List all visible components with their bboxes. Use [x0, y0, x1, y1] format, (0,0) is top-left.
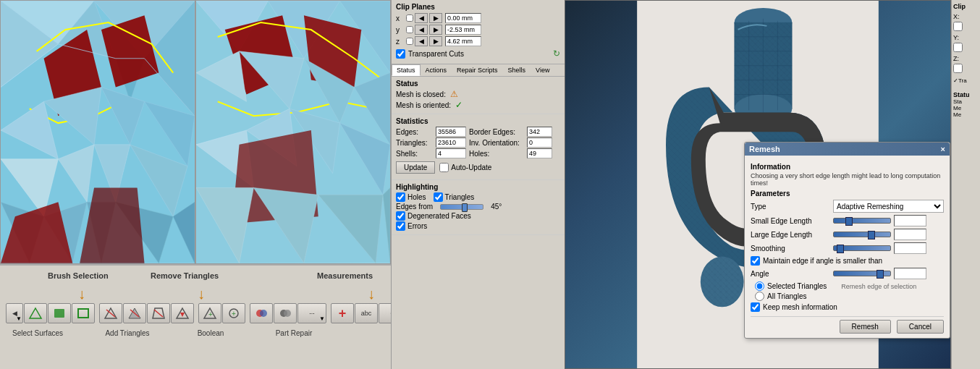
shells-label: Shells: — [396, 150, 436, 158]
clip-z-row: z ◀ ▶ 4.62 mm — [396, 36, 560, 46]
angle-thumb — [876, 270, 884, 279]
select-rect-btn[interactable] — [72, 303, 95, 323]
remesh-maintain-edge-checkbox[interactable] — [751, 256, 760, 266]
mesh-svg-1 — [1, 1, 195, 263]
remove-tri-1[interactable] — [99, 303, 122, 323]
tab-shells[interactable]: Shells — [503, 64, 531, 76]
far-right-z: Z: — [953, 55, 979, 62]
hl-triangles-checkbox[interactable] — [434, 192, 443, 202]
svg-point-63 — [260, 310, 267, 317]
hl-errors-label: Errors — [407, 222, 427, 230]
measurements-arrow: ↓ — [368, 286, 375, 302]
measure-label[interactable]: abc — [355, 303, 378, 323]
far-right-z-cb[interactable] — [953, 64, 963, 73]
select-triangle-btn[interactable] — [24, 303, 47, 323]
add-tri-1[interactable]: + — [198, 303, 221, 323]
remesh-angle-slider[interactable] — [833, 271, 891, 276]
clip-y-checkbox[interactable] — [406, 26, 413, 33]
clip-planes-title: Clip Planes — [396, 3, 560, 11]
add-tri-2[interactable]: + — [222, 303, 245, 323]
mesh-view-2[interactable] — [195, 0, 391, 264]
hl-row-3: Degenerated Faces — [396, 211, 560, 221]
hl-degenerated-checkbox[interactable] — [396, 211, 405, 221]
select-brush-btn[interactable] — [48, 303, 71, 323]
boolean-dropdown[interactable]: ··· ▼ — [297, 303, 326, 323]
remesh-close-btn[interactable]: × — [941, 145, 945, 153]
remesh-large-edge-input[interactable]: 5.00 mm — [894, 229, 926, 240]
remesh-all-radio[interactable] — [755, 292, 764, 301]
hl-edges-from-value: 45° — [491, 203, 502, 211]
tab-actions[interactable]: Actions — [421, 64, 452, 76]
select-surfaces-sub-label: Select Surfaces — [6, 329, 69, 337]
remesh-type-row: Type Adaptive Remeshing — [751, 200, 944, 213]
select-all-btn[interactable]: ◀ ▼ — [6, 303, 23, 323]
remesh-all-label: All Triangles — [767, 292, 806, 300]
clip-x-checkbox[interactable] — [406, 14, 413, 22]
remesh-small-edge-input[interactable]: 1.50 mm — [894, 215, 926, 226]
far-right-x-cb[interactable] — [953, 22, 963, 31]
edges-label: Edges: — [396, 128, 436, 136]
brush-selection-label: Brush Selection — [48, 271, 109, 280]
remesh-submit-btn[interactable]: Remesh — [840, 320, 891, 334]
mesh-oriented-label: Mesh is oriented: — [396, 101, 451, 109]
remesh-selected-radio[interactable] — [755, 281, 764, 291]
mesh-closed-row: Mesh is closed: ⚠ — [396, 89, 560, 99]
clip-z-btn[interactable]: ◀ — [415, 36, 428, 46]
clip-x-btn[interactable]: ◀ — [415, 13, 428, 23]
measure-plus[interactable]: + — [331, 303, 354, 323]
remesh-cancel-btn[interactable]: Cancel — [897, 320, 944, 334]
refresh-icon[interactable]: ↻ — [553, 48, 560, 59]
remesh-title: Remesh — [749, 145, 780, 153]
far-right-tra: ✓Tra — [953, 77, 979, 84]
hl-errors-checkbox[interactable] — [396, 221, 405, 231]
remesh-params-title: Parameters — [751, 190, 944, 198]
clip-z-btn2[interactable]: ▶ — [429, 36, 442, 46]
clip-y-row: y ◀ ▶ -2.53 mm — [396, 25, 560, 35]
far-right-y: Y: — [953, 34, 979, 41]
remesh-small-edge-slider[interactable] — [833, 218, 891, 224]
clip-y-btn2[interactable]: ▶ — [429, 25, 442, 35]
remesh-keep-mesh-checkbox[interactable] — [751, 302, 760, 312]
far-right-me: Me — [953, 105, 979, 111]
hl-holes-checkbox[interactable] — [396, 192, 405, 202]
transparent-cuts-row: Transparent Cuts ↻ — [396, 48, 560, 59]
far-right-x: X: — [953, 13, 979, 20]
transparent-cuts-checkbox[interactable] — [396, 49, 405, 59]
update-btn[interactable]: Update — [396, 161, 435, 174]
edges-value: 35586 — [436, 127, 466, 137]
remove-tri-3[interactable] — [147, 303, 170, 323]
edges-slider[interactable] — [440, 204, 483, 210]
remesh-selected-triangles-row: Selected Triangles Remesh edge of select… — [755, 281, 944, 291]
measure-dropdown[interactable]: ⊙ ▼ — [379, 303, 391, 323]
remesh-smoothing-input[interactable]: 0|05 — [894, 242, 926, 254]
remesh-angle-input[interactable]: 100.00° — [894, 268, 926, 279]
small-edge-thumb — [845, 217, 853, 226]
remesh-edge-selection-label: Remesh edge of selection — [841, 283, 916, 290]
border-edges-value: 342 — [527, 127, 552, 137]
hl-errors: Errors — [396, 221, 427, 231]
mesh-view-1[interactable] — [0, 0, 195, 264]
clip-x-row: x ◀ ▶ 0.00 mm — [396, 13, 560, 23]
tab-status[interactable]: Status — [392, 64, 421, 76]
svg-marker-47 — [30, 308, 41, 318]
tab-repair-scripts[interactable]: Repair Scripts — [452, 64, 503, 76]
remesh-maintain-edge-row: Maintain edge if angle is smaller than — [751, 256, 944, 266]
remove-tri-4[interactable] — [171, 303, 194, 323]
far-right-y-cb[interactable] — [953, 43, 963, 52]
model-view[interactable]: Remesh × Information Choosing a very sho… — [565, 0, 951, 369]
auto-update-checkbox[interactable] — [439, 163, 449, 172]
boolean-2[interactable] — [274, 303, 297, 323]
remesh-all-triangles-row: All Triangles — [755, 292, 944, 301]
tab-view[interactable]: View — [531, 64, 554, 76]
clip-x-btn2[interactable]: ▶ — [429, 13, 442, 23]
clip-z-checkbox[interactable] — [406, 38, 413, 45]
remesh-smoothing-slider[interactable] — [833, 245, 891, 251]
inv-orientation-label: Inv. Orientation: — [469, 139, 527, 147]
update-row: Update Auto-Update — [396, 161, 560, 174]
boolean-1[interactable] — [250, 303, 273, 323]
remesh-type-select[interactable]: Adaptive Remeshing — [833, 200, 944, 213]
remove-tri-2[interactable] — [123, 303, 146, 323]
mesh-closed-label: Mesh is closed: — [396, 90, 446, 98]
clip-y-btn[interactable]: ◀ — [415, 25, 428, 35]
remesh-large-edge-slider[interactable] — [833, 232, 891, 237]
